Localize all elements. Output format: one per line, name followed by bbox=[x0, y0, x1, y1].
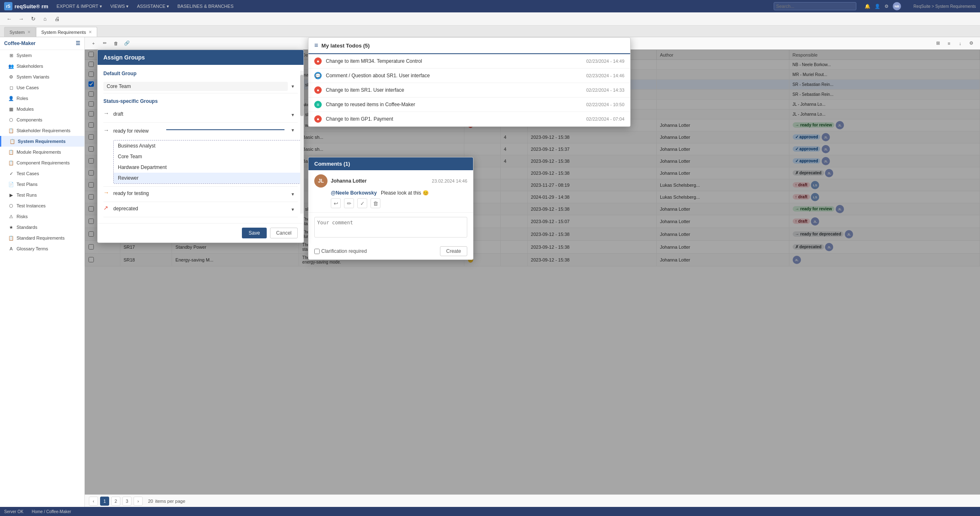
row-author bbox=[656, 109, 789, 119]
sidebar-item-components[interactable]: ⬡ Components bbox=[0, 114, 84, 125]
sidebar-item-use-cases[interactable]: ◻ Use Cases bbox=[0, 82, 84, 93]
dropdown-item-core-team[interactable]: Core Team bbox=[114, 151, 304, 162]
tab-system-requirements[interactable]: System Requirements ✕ bbox=[36, 27, 97, 37]
cancel-button[interactable]: Cancel bbox=[270, 228, 298, 238]
sidebar-item-modules[interactable]: ▦ Modules bbox=[0, 104, 84, 114]
forward-btn[interactable]: → bbox=[16, 14, 26, 24]
row-author bbox=[656, 90, 789, 100]
page-1-btn[interactable]: 1 bbox=[100, 497, 109, 506]
sidebar-item-test-plans[interactable]: 📄 Test Plans bbox=[0, 179, 84, 190]
prev-page-btn[interactable]: ‹ bbox=[89, 497, 98, 506]
page-2-btn[interactable]: 2 bbox=[111, 497, 120, 506]
draft-dropdown-btn[interactable]: ▾ bbox=[288, 110, 298, 120]
link-btn[interactable]: 🔗 bbox=[122, 39, 131, 48]
todo-text-4: Change to item GP1. Payment bbox=[326, 116, 582, 122]
ready-testing-dropdown-btn[interactable]: ▾ bbox=[288, 189, 298, 199]
deprecated-dropdown-btn[interactable]: ▾ bbox=[288, 204, 298, 214]
todo-item-2[interactable]: ● Change to item SR1. User interface 02/… bbox=[308, 83, 630, 97]
dropdown-item-business-analyst[interactable]: Business Analyst bbox=[114, 140, 304, 151]
columns-btn[interactable]: ≡ bbox=[944, 39, 954, 48]
row-responsible: ✓ approved JL bbox=[789, 155, 980, 167]
status-badge: ↑ draft bbox=[793, 182, 810, 188]
col-responsible[interactable]: Responsible bbox=[789, 50, 980, 60]
filter-btn[interactable]: ⊞ bbox=[933, 39, 942, 48]
deprecated-groups: ▾ bbox=[166, 204, 298, 214]
row-date: 2023-09-12 - 15:38 bbox=[527, 203, 656, 215]
tab-system-requirements-label: System Requirements bbox=[41, 30, 86, 35]
user-avatar[interactable]: NB bbox=[893, 2, 901, 10]
sidebar-item-glossary[interactable]: A Glossary Terms bbox=[0, 243, 84, 254]
comment-input[interactable] bbox=[314, 217, 467, 238]
status-badge: → ready for review bbox=[793, 206, 834, 212]
sidebar-item-standard-req[interactable]: 📋 Standard Requirements bbox=[0, 233, 84, 243]
select-all-checkbox[interactable] bbox=[88, 52, 94, 57]
nav-assistance[interactable]: ASSISTANCE ▾ bbox=[137, 4, 169, 9]
settings-icon[interactable]: ⚙ bbox=[884, 4, 889, 9]
sidebar-item-system-variants[interactable]: ⚙ System Variants bbox=[0, 71, 84, 82]
create-comment-btn[interactable]: Create bbox=[440, 246, 467, 256]
sidebar-item-standards[interactable]: ★ Standards bbox=[0, 222, 84, 233]
settings-btn[interactable]: ⚙ bbox=[967, 39, 976, 48]
row-checkbox[interactable] bbox=[85, 254, 120, 266]
save-button[interactable]: Save bbox=[242, 228, 266, 238]
print-btn[interactable]: 🖨 bbox=[52, 14, 62, 24]
sidebar-item-test-cases[interactable]: ✓ Test Cases bbox=[0, 168, 84, 179]
refresh-btn[interactable]: ↻ bbox=[28, 14, 38, 24]
next-page-btn[interactable]: › bbox=[134, 497, 143, 506]
ready-review-label: ready for review bbox=[113, 127, 163, 134]
avatar: JL bbox=[845, 230, 853, 238]
tab-system-close[interactable]: ✕ bbox=[27, 30, 31, 34]
clarification-checkbox[interactable] bbox=[314, 249, 320, 254]
notifications-icon[interactable]: 🔔 bbox=[865, 4, 870, 9]
sidebar-item-test-instances[interactable]: ⬡ Test Instances bbox=[0, 200, 84, 211]
stakeholder-req-icon: 📋 bbox=[8, 128, 14, 133]
edit-btn[interactable]: ✏ bbox=[100, 39, 109, 48]
todo-item-0[interactable]: ● Change to item MR34. Temperature Contr… bbox=[308, 54, 630, 69]
sidebar-menu-icon[interactable]: ☰ bbox=[76, 40, 80, 46]
ready-review-dropdown-btn[interactable]: ▾ bbox=[288, 125, 298, 135]
todo-item-3[interactable]: ≡ Change to reused items in Coffee-Maker… bbox=[308, 97, 630, 112]
home-btn[interactable]: ⌂ bbox=[40, 14, 50, 24]
delete-btn[interactable]: 🗑 bbox=[111, 39, 120, 48]
dropdown-item-reviewer[interactable]: Reviewer bbox=[114, 173, 304, 183]
search-input[interactable] bbox=[774, 2, 856, 10]
back-btn[interactable]: ← bbox=[4, 14, 14, 24]
reply-btn[interactable]: ↩ bbox=[331, 198, 341, 208]
table-row[interactable]: SR18 Energy-saving M... The Coffeemaker … bbox=[85, 254, 980, 266]
resolve-btn[interactable]: ✓ bbox=[357, 198, 367, 208]
add-btn[interactable]: + bbox=[89, 39, 98, 48]
sidebar-item-component-req[interactable]: 📋 Component Requirements bbox=[0, 157, 84, 168]
sidebar-item-stakeholders[interactable]: 👥 Stakeholders bbox=[0, 61, 84, 71]
sidebar-item-test-runs[interactable]: ▶ Test Runs bbox=[0, 190, 84, 200]
dropdown-item-hardware-dept[interactable]: Hardware Department bbox=[114, 162, 304, 173]
todo-item-1[interactable]: 💬 Comment / Question about SR1. User int… bbox=[308, 69, 630, 83]
avatar: JL bbox=[822, 133, 830, 141]
sidebar-item-system[interactable]: ⊞ System bbox=[0, 50, 84, 61]
sidebar-item-roles[interactable]: 👤 Roles bbox=[0, 93, 84, 104]
edit-comment-btn[interactable]: ✏ bbox=[344, 198, 354, 208]
export-btn[interactable]: ↓ bbox=[956, 39, 965, 48]
status-row-draft: → draft ▾ bbox=[103, 107, 298, 123]
default-group-dropdown-btn[interactable]: ▾ bbox=[288, 81, 298, 91]
sidebar-item-system-req[interactable]: 📋 System Requirements bbox=[0, 136, 84, 147]
nav-views[interactable]: VIEWS ▾ bbox=[110, 4, 129, 9]
user-icon[interactable]: 👤 bbox=[875, 4, 880, 9]
col-author[interactable]: Author bbox=[656, 50, 789, 60]
nav-export-import[interactable]: EXPORT & IMPORT ▾ bbox=[57, 4, 102, 9]
sidebar-item-module-req[interactable]: 📋 Module Requirements bbox=[0, 147, 84, 157]
nav-baselines[interactable]: BASELINES & BRANCHES bbox=[177, 4, 234, 9]
page-3-btn[interactable]: 3 bbox=[122, 497, 131, 506]
row-description: Basic sh... bbox=[299, 131, 464, 143]
delete-comment-btn[interactable]: 🗑 bbox=[370, 198, 380, 208]
draft-groups: ▾ bbox=[166, 110, 298, 120]
todo-item-4[interactable]: ● Change to item GP1. Payment 02/22/2024… bbox=[308, 112, 630, 126]
status-row-ready-testing: → ready for testing ▾ bbox=[103, 187, 298, 202]
chevron-down-icon: ▾ bbox=[100, 4, 102, 9]
app-logo[interactable]: rS reqSuite® rm bbox=[4, 2, 48, 10]
sidebar-item-risks[interactable]: ⚠ Risks bbox=[0, 211, 84, 222]
tab-system[interactable]: System ✕ bbox=[4, 27, 36, 37]
sidebar-label-system-req: System Requirements bbox=[18, 139, 66, 144]
sidebar-item-stakeholder-req[interactable]: 📋 Stakeholder Requirements bbox=[0, 125, 84, 136]
clarification-checkbox-label[interactable]: Clarification required bbox=[314, 248, 367, 254]
tab-system-req-close[interactable]: ✕ bbox=[88, 30, 92, 34]
